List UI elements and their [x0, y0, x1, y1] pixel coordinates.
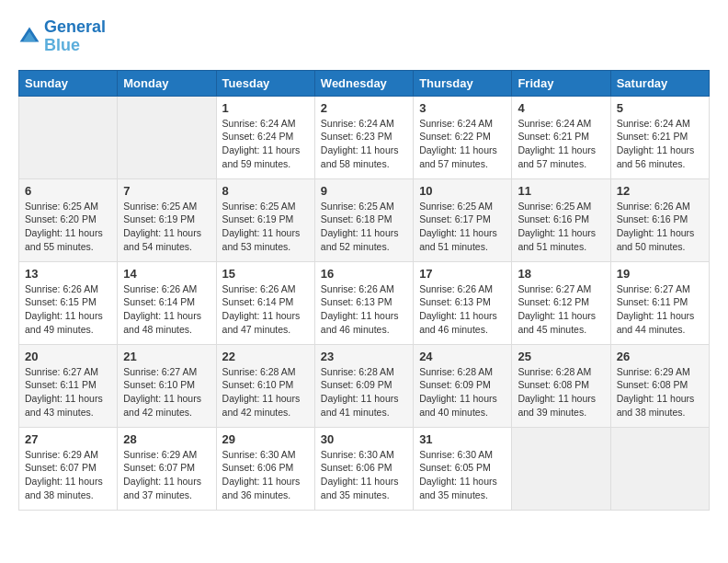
day-number: 17 — [419, 267, 506, 281]
day-number: 4 — [518, 101, 604, 115]
day-number: 21 — [123, 350, 210, 363]
day-number: 6 — [25, 184, 111, 198]
day-info: Sunrise: 6:27 AMSunset: 6:12 PMDaylight:… — [518, 282, 604, 337]
day-number: 28 — [123, 432, 210, 446]
calendar-day-cell: 22Sunrise: 6:28 AMSunset: 6:10 PMDayligh… — [216, 344, 314, 427]
day-number: 1 — [222, 101, 309, 115]
calendar-day-cell: 21Sunrise: 6:27 AMSunset: 6:10 PMDayligh… — [118, 344, 216, 427]
calendar-header-row: SundayMondayTuesdayWednesdayThursdayFrid… — [19, 70, 710, 96]
calendar-week-row: 1Sunrise: 6:24 AMSunset: 6:24 PMDaylight… — [19, 96, 710, 178]
day-info: Sunrise: 6:24 AMSunset: 6:21 PMDaylight:… — [617, 117, 703, 171]
weekday-header: Friday — [512, 70, 610, 96]
day-info: Sunrise: 6:24 AMSunset: 6:22 PMDaylight:… — [419, 117, 506, 171]
calendar-day-cell: 20Sunrise: 6:27 AMSunset: 6:11 PMDayligh… — [19, 344, 118, 427]
calendar-day-cell: 24Sunrise: 6:28 AMSunset: 6:09 PMDayligh… — [414, 344, 512, 427]
day-number: 15 — [222, 267, 309, 281]
calendar-day-cell: 3Sunrise: 6:24 AMSunset: 6:22 PMDaylight… — [414, 96, 512, 178]
day-number: 22 — [222, 350, 309, 363]
day-info: Sunrise: 6:26 AMSunset: 6:13 PMDaylight:… — [321, 282, 407, 337]
day-number: 16 — [321, 267, 407, 281]
calendar-day-cell: 10Sunrise: 6:25 AMSunset: 6:17 PMDayligh… — [414, 178, 512, 261]
calendar-week-row: 6Sunrise: 6:25 AMSunset: 6:20 PMDaylight… — [19, 178, 710, 261]
weekday-header: Wednesday — [314, 70, 413, 96]
calendar-day-cell — [19, 96, 118, 178]
calendar-day-cell: 8Sunrise: 6:25 AMSunset: 6:19 PMDaylight… — [216, 178, 314, 261]
calendar-day-cell: 18Sunrise: 6:27 AMSunset: 6:12 PMDayligh… — [512, 261, 610, 344]
day-info: Sunrise: 6:27 AMSunset: 6:10 PMDaylight:… — [123, 365, 210, 419]
logo: General Blue — [18, 18, 106, 55]
calendar-day-cell: 7Sunrise: 6:25 AMSunset: 6:19 PMDaylight… — [118, 178, 216, 261]
day-number: 13 — [25, 267, 111, 281]
day-info: Sunrise: 6:29 AMSunset: 6:08 PMDaylight:… — [617, 365, 703, 419]
day-info: Sunrise: 6:24 AMSunset: 6:24 PMDaylight:… — [222, 117, 309, 171]
calendar-day-cell: 29Sunrise: 6:30 AMSunset: 6:06 PMDayligh… — [216, 427, 314, 510]
calendar-day-cell: 1Sunrise: 6:24 AMSunset: 6:24 PMDaylight… — [216, 96, 314, 178]
day-number: 12 — [617, 184, 703, 198]
calendar-day-cell: 27Sunrise: 6:29 AMSunset: 6:07 PMDayligh… — [19, 427, 118, 510]
day-number: 25 — [518, 350, 604, 363]
day-info: Sunrise: 6:28 AMSunset: 6:10 PMDaylight:… — [222, 365, 309, 419]
calendar-day-cell: 23Sunrise: 6:28 AMSunset: 6:09 PMDayligh… — [314, 344, 413, 427]
day-number: 31 — [419, 432, 506, 446]
day-info: Sunrise: 6:29 AMSunset: 6:07 PMDaylight:… — [25, 448, 111, 502]
day-number: 11 — [518, 184, 604, 198]
day-number: 9 — [321, 184, 407, 198]
day-number: 18 — [518, 267, 604, 281]
day-info: Sunrise: 6:25 AMSunset: 6:17 PMDaylight:… — [419, 200, 506, 254]
weekday-header: Sunday — [19, 70, 118, 96]
calendar-week-row: 13Sunrise: 6:26 AMSunset: 6:15 PMDayligh… — [19, 261, 710, 344]
calendar-day-cell: 30Sunrise: 6:30 AMSunset: 6:06 PMDayligh… — [314, 427, 413, 510]
logo-text: General Blue — [44, 18, 106, 55]
day-info: Sunrise: 6:25 AMSunset: 6:19 PMDaylight:… — [123, 200, 210, 254]
calendar-day-cell: 19Sunrise: 6:27 AMSunset: 6:11 PMDayligh… — [610, 261, 709, 344]
calendar-day-cell — [118, 96, 216, 178]
day-info: Sunrise: 6:28 AMSunset: 6:09 PMDaylight:… — [419, 365, 506, 419]
day-number: 14 — [123, 267, 210, 281]
day-info: Sunrise: 6:29 AMSunset: 6:07 PMDaylight:… — [123, 448, 210, 502]
day-number: 2 — [321, 101, 407, 115]
calendar-day-cell: 12Sunrise: 6:26 AMSunset: 6:16 PMDayligh… — [610, 178, 709, 261]
day-info: Sunrise: 6:26 AMSunset: 6:13 PMDaylight:… — [419, 282, 506, 337]
day-number: 5 — [617, 101, 703, 115]
calendar-day-cell: 4Sunrise: 6:24 AMSunset: 6:21 PMDaylight… — [512, 96, 610, 178]
calendar-day-cell: 26Sunrise: 6:29 AMSunset: 6:08 PMDayligh… — [610, 344, 709, 427]
calendar-day-cell: 14Sunrise: 6:26 AMSunset: 6:14 PMDayligh… — [118, 261, 216, 344]
day-info: Sunrise: 6:28 AMSunset: 6:09 PMDaylight:… — [321, 365, 407, 419]
day-info: Sunrise: 6:26 AMSunset: 6:14 PMDaylight:… — [123, 282, 210, 337]
day-number: 10 — [419, 184, 506, 198]
calendar-day-cell: 15Sunrise: 6:26 AMSunset: 6:14 PMDayligh… — [216, 261, 314, 344]
logo-icon — [18, 26, 40, 48]
day-number: 27 — [25, 432, 111, 446]
day-number: 24 — [419, 350, 506, 363]
day-number: 3 — [419, 101, 506, 115]
calendar-day-cell: 9Sunrise: 6:25 AMSunset: 6:18 PMDaylight… — [314, 178, 413, 261]
day-number: 20 — [25, 350, 111, 363]
day-info: Sunrise: 6:25 AMSunset: 6:20 PMDaylight:… — [25, 200, 111, 254]
day-info: Sunrise: 6:30 AMSunset: 6:05 PMDaylight:… — [419, 448, 506, 502]
day-number: 7 — [123, 184, 210, 198]
calendar-table: SundayMondayTuesdayWednesdayThursdayFrid… — [18, 70, 710, 511]
day-info: Sunrise: 6:30 AMSunset: 6:06 PMDaylight:… — [222, 448, 309, 502]
calendar-day-cell: 5Sunrise: 6:24 AMSunset: 6:21 PMDaylight… — [610, 96, 709, 178]
weekday-header: Monday — [118, 70, 216, 96]
day-info: Sunrise: 6:24 AMSunset: 6:21 PMDaylight:… — [518, 117, 604, 171]
calendar-day-cell — [512, 427, 610, 510]
calendar-week-row: 20Sunrise: 6:27 AMSunset: 6:11 PMDayligh… — [19, 344, 710, 427]
day-number: 26 — [617, 350, 703, 363]
calendar-day-cell: 28Sunrise: 6:29 AMSunset: 6:07 PMDayligh… — [118, 427, 216, 510]
day-info: Sunrise: 6:25 AMSunset: 6:18 PMDaylight:… — [321, 200, 407, 254]
calendar-day-cell: 16Sunrise: 6:26 AMSunset: 6:13 PMDayligh… — [314, 261, 413, 344]
day-number: 19 — [617, 267, 703, 281]
day-number: 30 — [321, 432, 407, 446]
calendar-day-cell: 17Sunrise: 6:26 AMSunset: 6:13 PMDayligh… — [414, 261, 512, 344]
day-info: Sunrise: 6:30 AMSunset: 6:06 PMDaylight:… — [321, 448, 407, 502]
calendar-day-cell: 25Sunrise: 6:28 AMSunset: 6:08 PMDayligh… — [512, 344, 610, 427]
day-info: Sunrise: 6:26 AMSunset: 6:15 PMDaylight:… — [25, 282, 111, 337]
day-info: Sunrise: 6:26 AMSunset: 6:14 PMDaylight:… — [222, 282, 309, 337]
day-info: Sunrise: 6:25 AMSunset: 6:19 PMDaylight:… — [222, 200, 309, 254]
page-header: General Blue — [18, 18, 710, 55]
calendar-week-row: 27Sunrise: 6:29 AMSunset: 6:07 PMDayligh… — [19, 427, 710, 510]
day-info: Sunrise: 6:25 AMSunset: 6:16 PMDaylight:… — [518, 200, 604, 254]
calendar-day-cell: 6Sunrise: 6:25 AMSunset: 6:20 PMDaylight… — [19, 178, 118, 261]
calendar-day-cell: 13Sunrise: 6:26 AMSunset: 6:15 PMDayligh… — [19, 261, 118, 344]
